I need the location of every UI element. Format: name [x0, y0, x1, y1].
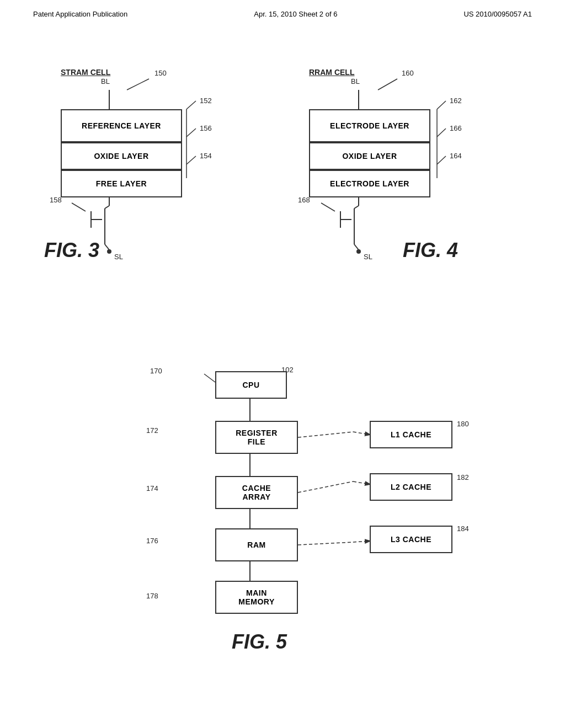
svg-line-12 — [105, 206, 109, 208]
free-layer-box: FREE LAYER — [61, 170, 182, 197]
num-158: 158 — [50, 196, 62, 204]
num-184: 184 — [457, 524, 469, 533]
num-174: 174 — [146, 484, 158, 493]
num-172: 172 — [146, 426, 158, 435]
electrode-layer-top-box: ELECTRODE LAYER — [309, 109, 430, 142]
svg-line-20 — [437, 101, 446, 109]
electrode-top-text: ELECTRODE LAYER — [330, 121, 409, 130]
num-168: 168 — [298, 196, 310, 204]
num-150: 150 — [154, 69, 167, 77]
fig3-title: FIG. 3 — [44, 239, 99, 262]
svg-line-3 — [186, 101, 196, 109]
l2-cache-box: L2 CACHE — [370, 473, 452, 501]
svg-line-5 — [186, 156, 196, 164]
num-164: 164 — [450, 152, 462, 160]
svg-line-29 — [354, 244, 359, 250]
ram-text: RAM — [247, 540, 265, 549]
num-178: 178 — [146, 592, 158, 600]
num-176: 176 — [146, 537, 158, 545]
page: Patent Application Publication Apr. 15, … — [0, 0, 565, 728]
svg-line-37 — [353, 432, 370, 435]
svg-line-27 — [354, 206, 359, 208]
cpu-text: CPU — [242, 381, 259, 389]
num-182: 182 — [457, 473, 469, 481]
cache-array-box: CACHE ARRAY — [215, 476, 298, 509]
num-160: 160 — [402, 69, 414, 77]
svg-line-14 — [105, 244, 109, 250]
cache-array-text: CACHE ARRAY — [242, 484, 271, 501]
svg-line-38 — [298, 481, 353, 493]
svg-line-18 — [378, 79, 397, 90]
l3-cache-box: L3 CACHE — [370, 526, 452, 553]
svg-line-41 — [353, 541, 370, 542]
svg-line-40 — [298, 542, 353, 545]
l1-cache-text: L1 CACHE — [391, 430, 431, 439]
oxide-layer-left-text: OXIDE LAYER — [94, 152, 148, 160]
bl-right-label: BL — [351, 77, 360, 85]
diagram-area: STRAM CELL BL 150 152 156 154 REFERENCE … — [0, 24, 565, 719]
electrode-layer-bot-box: ELECTRODE LAYER — [309, 170, 430, 197]
svg-line-4 — [186, 129, 196, 137]
num-170: 170 — [150, 367, 162, 375]
electrode-bot-text: ELECTRODE LAYER — [330, 179, 409, 188]
header: Patent Application Publication Apr. 15, … — [0, 0, 565, 18]
header-left: Patent Application Publication — [33, 10, 127, 18]
l3-cache-text: L3 CACHE — [391, 535, 431, 544]
oxide-layer-left-box: OXIDE LAYER — [61, 142, 182, 170]
num-156: 156 — [200, 124, 212, 132]
svg-point-30 — [356, 249, 361, 254]
reference-layer-text: REFERENCE LAYER — [82, 121, 161, 130]
free-layer-text: FREE LAYER — [96, 179, 147, 188]
ram-box: RAM — [215, 528, 298, 561]
oxide-layer-right-box: OXIDE LAYER — [309, 142, 430, 170]
sl-right-label: SL — [364, 253, 372, 261]
oxide-layer-right-text: OXIDE LAYER — [342, 152, 397, 160]
svg-line-39 — [353, 481, 370, 484]
svg-line-21 — [437, 129, 446, 137]
main-memory-text: MAIN MEMORY — [238, 588, 274, 606]
stram-cell-label: STRAM CELL — [61, 68, 110, 77]
num-162: 162 — [450, 97, 462, 105]
l1-cache-box: L1 CACHE — [370, 421, 452, 448]
num-166: 166 — [450, 124, 462, 132]
svg-line-42 — [204, 374, 215, 382]
svg-line-16 — [72, 203, 86, 211]
num-152: 152 — [200, 97, 212, 105]
svg-line-31 — [321, 203, 335, 211]
bl-left-label: BL — [101, 77, 110, 85]
l2-cache-text: L2 CACHE — [391, 483, 431, 491]
num-154: 154 — [200, 152, 212, 160]
header-right: US 2010/0095057 A1 — [463, 10, 532, 18]
reference-layer-box: REFERENCE LAYER — [61, 109, 182, 142]
register-file-text: REGISTER FILE — [236, 429, 278, 446]
svg-line-1 — [127, 79, 149, 90]
sl-left-label: SL — [114, 253, 123, 261]
header-center: Apr. 15, 2010 Sheet 2 of 6 — [254, 10, 337, 18]
num-180: 180 — [457, 420, 469, 428]
svg-line-36 — [298, 432, 353, 437]
cpu-box: CPU — [215, 371, 287, 399]
svg-line-22 — [437, 156, 446, 164]
rram-cell-label: RRAM CELL — [309, 68, 354, 77]
fig4-title: FIG. 4 — [403, 239, 458, 262]
register-file-box: REGISTER FILE — [215, 421, 298, 454]
fig5-title: FIG. 5 — [232, 630, 287, 654]
svg-point-15 — [107, 249, 111, 254]
main-memory-box: MAIN MEMORY — [215, 581, 298, 614]
